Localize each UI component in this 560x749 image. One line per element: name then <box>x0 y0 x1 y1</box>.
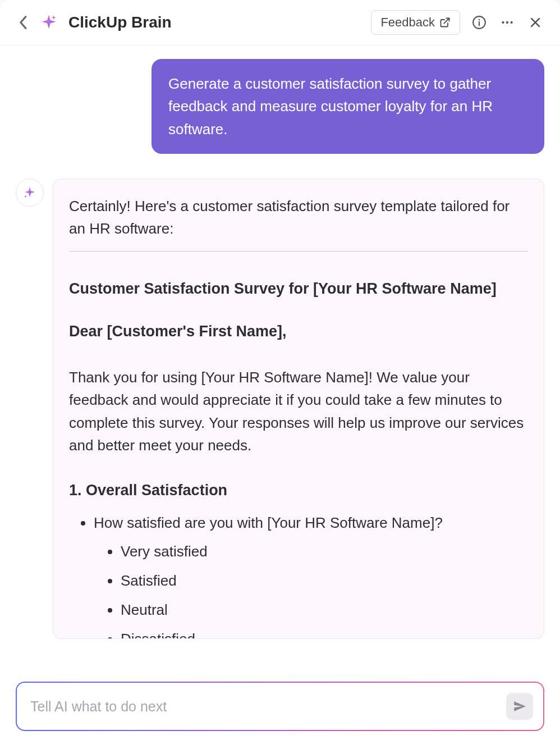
header-actions: Feedback <box>371 10 544 35</box>
option-item: Very satisfied <box>121 540 528 563</box>
page-title: ClickUp Brain <box>68 13 363 31</box>
svg-line-0 <box>444 19 449 24</box>
send-icon <box>512 699 527 714</box>
options-list: Very satisfied Satisfied Neutral Dissati… <box>94 540 528 639</box>
sparkle-logo-icon <box>40 14 57 31</box>
option-item: Dissatisfied <box>121 628 528 639</box>
question-list: How satisfied are you with [Your HR Soft… <box>69 511 528 639</box>
close-icon <box>529 16 542 29</box>
app-window: ClickUp Brain Feedback Generate a custom… <box>0 0 560 749</box>
input-area <box>0 670 560 749</box>
input-border <box>16 682 544 731</box>
survey-salutation: Dear [Customer's First Name], <box>69 320 528 344</box>
close-button[interactable] <box>526 13 544 31</box>
svg-point-3 <box>479 19 480 21</box>
ai-message-row: Certainly! Here's a customer satisfactio… <box>16 179 544 639</box>
more-button[interactable] <box>498 13 516 31</box>
svg-point-5 <box>506 21 508 24</box>
user-message: Generate a customer satisfaction survey … <box>152 59 544 154</box>
option-item: Satisfied <box>121 569 528 592</box>
question-item: How satisfied are you with [Your HR Soft… <box>94 511 528 639</box>
ai-intro: Certainly! Here's a customer satisfactio… <box>69 195 528 240</box>
chevron-left-icon <box>19 15 28 30</box>
info-button[interactable] <box>470 13 488 31</box>
chat-area: Generate a customer satisfaction survey … <box>0 45 560 749</box>
sparkle-icon <box>23 186 36 199</box>
option-item: Neutral <box>121 599 528 621</box>
ai-message: Certainly! Here's a customer satisfactio… <box>53 179 544 639</box>
ai-avatar <box>16 179 44 207</box>
send-button[interactable] <box>506 693 533 720</box>
svg-point-6 <box>510 21 512 24</box>
survey-body: Thank you for using [Your HR Software Na… <box>69 366 528 456</box>
external-link-icon <box>439 17 451 28</box>
back-button[interactable] <box>16 15 31 30</box>
section-title: 1. Overall Satisfaction <box>69 479 528 503</box>
header-bar: ClickUp Brain Feedback <box>0 0 560 45</box>
prompt-input[interactable] <box>30 698 506 715</box>
feedback-label: Feedback <box>380 15 435 30</box>
input-inner <box>17 683 543 730</box>
survey-heading: Customer Satisfaction Survey for [Your H… <box>69 277 528 301</box>
info-icon <box>472 15 486 30</box>
svg-point-4 <box>502 21 504 24</box>
feedback-button[interactable]: Feedback <box>371 10 460 35</box>
app-logo <box>39 13 58 32</box>
divider <box>69 251 528 252</box>
more-horizontal-icon <box>500 15 515 30</box>
question-text: How satisfied are you with [Your HR Soft… <box>94 514 443 531</box>
